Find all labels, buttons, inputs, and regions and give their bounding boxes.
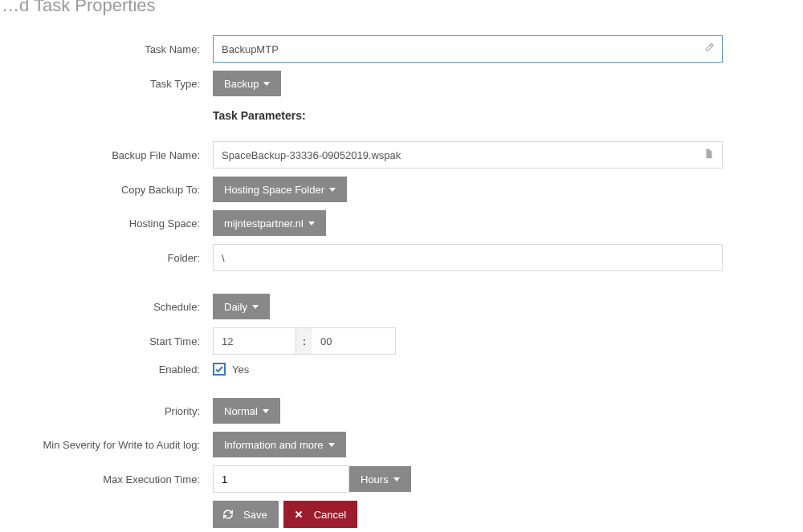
label-copy-backup-to: Copy Backup To:: [0, 184, 213, 196]
file-icon[interactable]: [703, 148, 715, 162]
chevron-down-icon: [308, 221, 315, 225]
save-button[interactable]: Save: [213, 501, 279, 528]
max-execution-unit-dropdown[interactable]: Hours: [349, 466, 411, 492]
save-label: Save: [243, 509, 267, 521]
label-priority: Priority:: [0, 405, 213, 417]
label-backup-file-name: Backup File Name:: [0, 149, 213, 161]
label-folder: Folder:: [0, 252, 213, 264]
hosting-space-dropdown[interactable]: mijntestpartner.nl: [213, 210, 326, 236]
min-severity-dropdown[interactable]: Information and more: [213, 432, 346, 457]
cancel-label: Cancel: [314, 509, 346, 521]
folder-input[interactable]: [213, 244, 723, 271]
task-type-value: Backup: [224, 78, 259, 90]
time-separator: :: [296, 327, 312, 355]
schedule-dropdown[interactable]: Daily: [213, 294, 270, 319]
task-parameters-heading: Task Parameters:: [213, 109, 306, 122]
chevron-down-icon: [328, 443, 335, 447]
hosting-space-value: mijntestpartner.nl: [224, 217, 304, 229]
cancel-button[interactable]: Cancel: [283, 501, 357, 528]
label-max-execution: Max Execution Time:: [0, 473, 213, 485]
label-start-time: Start Time:: [0, 335, 213, 347]
chevron-down-icon: [263, 409, 269, 413]
label-hosting-space: Hosting Space:: [0, 217, 213, 229]
label-enabled: Enabled:: [0, 363, 213, 376]
task-type-dropdown[interactable]: Backup: [213, 71, 281, 96]
max-execution-input[interactable]: [213, 465, 349, 493]
priority-value: Normal: [224, 405, 258, 417]
copy-backup-to-dropdown[interactable]: Hosting Space Folder: [213, 177, 347, 202]
page-title: …d Task Properties: [0, 0, 803, 16]
chevron-down-icon: [329, 188, 336, 192]
chevron-down-icon: [263, 82, 270, 86]
schedule-value: Daily: [224, 301, 247, 313]
priority-dropdown[interactable]: Normal: [213, 398, 280, 424]
edit-icon[interactable]: [703, 43, 715, 56]
label-task-name: Task Name:: [0, 43, 213, 55]
task-name-input[interactable]: [213, 35, 723, 63]
label-schedule: Schedule:: [0, 301, 213, 313]
backup-file-name-input[interactable]: [213, 141, 723, 169]
min-severity-value: Information and more: [224, 439, 324, 451]
label-min-severity: Min Severity for Write to Audit log:: [0, 439, 213, 451]
label-task-type: Task Type:: [0, 78, 213, 90]
max-execution-unit-value: Hours: [361, 473, 389, 485]
refresh-icon: [219, 509, 237, 520]
enabled-yes-label: Yes: [232, 363, 249, 376]
chevron-down-icon: [393, 477, 400, 481]
start-time-hour-input[interactable]: [213, 327, 296, 355]
start-time-minute-input[interactable]: [312, 327, 396, 355]
chevron-down-icon: [252, 305, 259, 309]
enabled-checkbox[interactable]: [213, 363, 226, 376]
close-icon: [290, 510, 308, 519]
copy-backup-to-value: Hosting Space Folder: [224, 184, 324, 196]
